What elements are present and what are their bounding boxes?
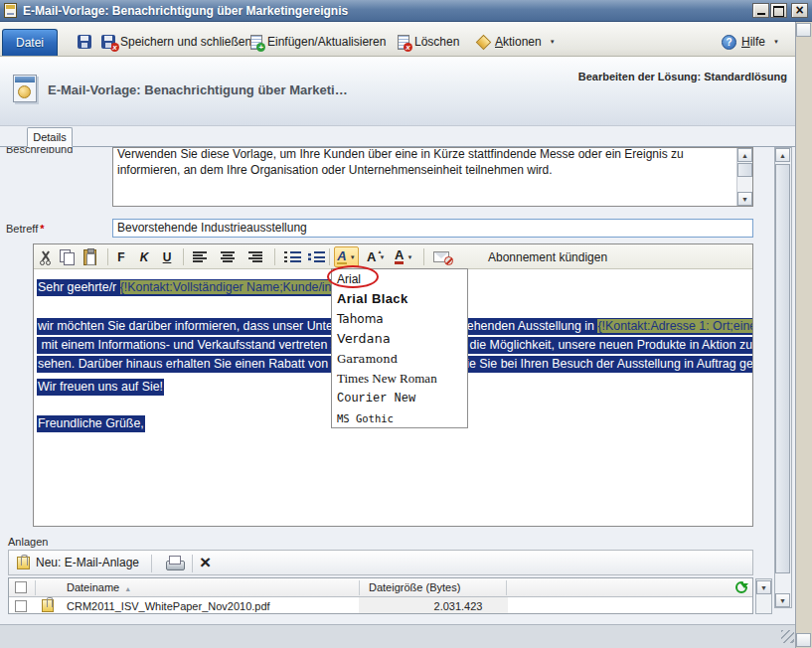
closing-line-2: Freundliche Grüße,	[37, 415, 145, 432]
attachment-filename: CRM2011_ISV_WhitePaper_Nov2010.pdf	[67, 600, 270, 612]
status-footer	[0, 624, 795, 648]
paste-icon[interactable]	[83, 248, 96, 265]
unsubscribe-button[interactable]: Abonnement kündigen	[488, 250, 607, 264]
subject-label: Betreff*	[6, 223, 45, 235]
font-size-button[interactable]: A	[367, 248, 385, 265]
form-scroll-up-icon[interactable]: ▲	[775, 148, 790, 162]
save-icon	[78, 35, 91, 49]
font-option-verdana[interactable]: Verdana	[332, 329, 467, 349]
font-option-arial-black[interactable]: Arial Black	[332, 289, 467, 309]
description-label: Beschreibung	[6, 147, 105, 153]
font-option-ms-gothic[interactable]: MS Gothic	[332, 408, 467, 428]
help-icon: ?	[722, 35, 736, 50]
window-scroll-down-button[interactable]	[796, 633, 811, 647]
cut-icon[interactable]	[38, 248, 54, 265]
form-scrollbar[interactable]: ▲ ▼	[774, 147, 792, 608]
ribbon-toolbar: Datei x Speichern und schließen + Einfüg…	[0, 22, 812, 57]
window-title: E-Mail-Vorlage: Benachrichtigung über Ma…	[23, 4, 348, 18]
font-option-tahoma[interactable]: Tahoma	[332, 309, 467, 329]
tab-details[interactable]: Details	[27, 127, 73, 147]
form-scrollbar-thumb[interactable]	[775, 164, 790, 573]
email-template-icon	[13, 75, 37, 102]
grid-scrollbar[interactable]: ▼	[755, 578, 772, 614]
scrollbar-thumb[interactable]	[737, 163, 752, 177]
font-color-button[interactable]: A	[395, 248, 412, 265]
greeting-line: Sehr geehrte/r {!Kontakt:Vollständiger N…	[37, 279, 340, 296]
page-title: E-Mail-Vorlage: Benachrichtigung über Ma…	[48, 82, 348, 97]
column-header-filename[interactable]: Dateiname	[67, 581, 131, 593]
bullet-list-icon[interactable]	[308, 248, 325, 265]
bold-button[interactable]: F	[113, 248, 129, 265]
editor-toolbar: F K U A A A Abonnement kündigen	[34, 244, 752, 269]
help-menu-button[interactable]: ? Hilfe	[722, 31, 779, 53]
insert-update-icon: +	[250, 35, 262, 50]
close-button[interactable]	[791, 3, 808, 18]
actions-icon	[475, 35, 490, 49]
refresh-icon[interactable]	[735, 581, 747, 593]
unsubscribe-icon[interactable]	[433, 248, 449, 265]
copy-icon[interactable]	[60, 248, 74, 265]
attachments-toolbar: Neu: E-Mail-Anlage ×	[8, 550, 753, 575]
description-scrollbar[interactable]: ▲ ▼	[736, 148, 752, 206]
file-attachment-icon	[42, 599, 54, 612]
grid-scroll-down-icon[interactable]: ▼	[756, 580, 771, 594]
scroll-up-icon[interactable]: ▲	[737, 148, 752, 162]
italic-button[interactable]: K	[136, 248, 152, 265]
align-center-icon[interactable]	[221, 248, 235, 265]
column-header-filesize[interactable]: Dateigröße (Bytes)	[369, 581, 460, 593]
maximize-button[interactable]	[770, 3, 787, 18]
font-option-garamond[interactable]: Garamond	[332, 349, 467, 369]
minimize-button[interactable]	[752, 3, 769, 18]
window-icon	[4, 3, 17, 18]
description-textarea[interactable]: Verwenden Sie diese Vorlage, um Ihre Kun…	[112, 147, 753, 207]
record-header: E-Mail-Vorlage: Benachrichtigung über Ma…	[0, 57, 812, 126]
font-option-times-new-roman[interactable]: Times New Roman	[332, 369, 467, 389]
solution-context-label: Bearbeiten der Lösung: Standardlösung	[578, 71, 787, 82]
title-bar: E-Mail-Vorlage: Benachrichtigung über Ma…	[0, 0, 812, 22]
save-close-icon: x	[101, 35, 115, 49]
font-family-button[interactable]: A	[334, 246, 359, 267]
font-option-courier-new[interactable]: Courier New	[332, 389, 467, 408]
new-attachment-button[interactable]: Neu: E-Mail-Anlage	[17, 556, 139, 569]
font-dropdown-menu: Arial Arial Black Tahoma Verdana Garamon…	[331, 268, 468, 428]
attachment-row[interactable]: CRM2011_ISV_WhitePaper_Nov2010.pdf 2.031…	[9, 597, 752, 614]
closing-line-1: Wir freuen uns auf Sie!	[37, 379, 164, 396]
scroll-down-icon[interactable]: ▼	[737, 192, 752, 206]
align-right-icon[interactable]	[248, 248, 262, 265]
attachments-grid: Dateiname Dateigröße (Bytes) CRM2011_ISV…	[8, 577, 753, 614]
window-scroll-up-button[interactable]	[796, 23, 811, 37]
save-and-close-button[interactable]: x Speichern und schließen	[101, 31, 251, 53]
delete-icon: x	[398, 35, 409, 50]
font-option-arial[interactable]: Arial	[332, 269, 467, 289]
delete-attachment-icon[interactable]: ×	[200, 553, 211, 572]
file-tab[interactable]: Datei	[2, 29, 58, 56]
form-scroll-down-icon[interactable]: ▼	[775, 593, 790, 607]
insert-update-button[interactable]: + Einfügen/Aktualisieren	[250, 31, 386, 53]
save-button[interactable]	[78, 31, 91, 53]
window-scrollbar[interactable]	[795, 22, 812, 648]
delete-button[interactable]: x Löschen	[398, 31, 459, 53]
underline-button[interactable]: U	[159, 248, 175, 265]
print-icon[interactable]	[166, 556, 183, 570]
attachment-icon	[17, 557, 30, 569]
actions-menu-button[interactable]: Aktionen	[475, 31, 556, 53]
subject-input[interactable]: Bevorstehende Industrieausstellung	[112, 219, 753, 238]
contact-name-token: {!Kontakt:Vollständiger Name;Kunde/in}	[120, 280, 336, 294]
grid-header-row: Dateiname Dateigröße (Bytes)	[9, 578, 752, 597]
numbered-list-icon[interactable]	[284, 248, 301, 265]
contact-city-token: {!Kontakt:Adresse 1: Ort;einer Stadt in …	[597, 319, 752, 333]
attachments-section-label: Anlagen	[8, 536, 48, 548]
select-all-checkbox[interactable]	[15, 581, 27, 593]
align-left-icon[interactable]	[193, 248, 207, 265]
resize-grip[interactable]	[781, 630, 794, 643]
attachment-filesize: 2.031.423	[408, 600, 508, 612]
row-checkbox[interactable]	[15, 600, 27, 612]
